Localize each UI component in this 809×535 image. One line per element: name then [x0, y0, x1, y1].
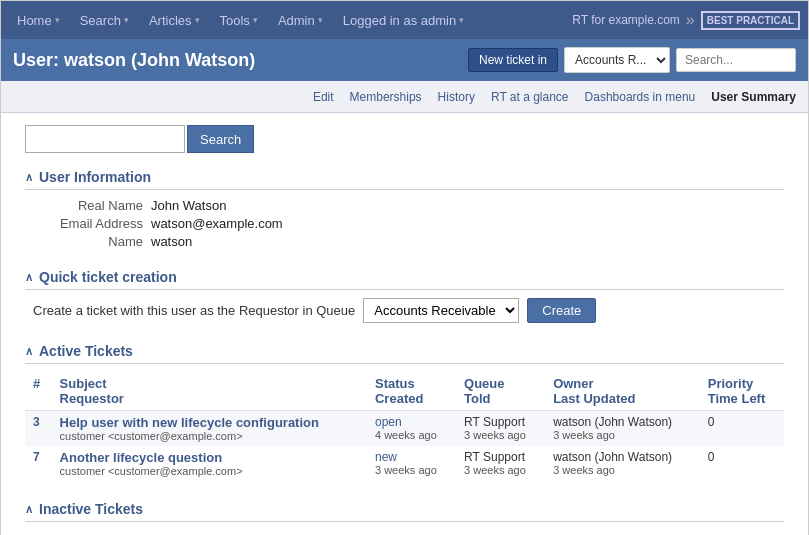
- ticket-owner-7: watson (John Watson): [553, 450, 692, 464]
- nav-admin[interactable]: Admin ▾: [270, 9, 331, 32]
- col-subject-top: Subject: [60, 376, 359, 391]
- search-chevron-icon: ▾: [124, 15, 129, 25]
- nav-items: Home ▾ Search ▾ Articles ▾ Tools ▾ Admin…: [9, 9, 572, 32]
- ticket-status-3: open: [375, 415, 448, 429]
- bp-logo: BEST PRACTICAL: [701, 11, 800, 30]
- collapse-user-info-icon[interactable]: ∧: [25, 171, 33, 184]
- info-row-name: Name watson: [41, 234, 784, 249]
- col-id-top: #: [33, 376, 44, 391]
- ticket-subject-7[interactable]: Another lifecycle question: [60, 450, 359, 465]
- nav-home[interactable]: Home ▾: [9, 9, 68, 32]
- info-row-realname: Real Name John Watson: [41, 198, 784, 213]
- quick-ticket-section: ∧ Quick ticket creation Create a ticket …: [25, 269, 784, 323]
- name-value: watson: [151, 234, 192, 249]
- col-queue-top: Queue: [464, 376, 537, 391]
- new-ticket-button[interactable]: New ticket in: [468, 48, 558, 72]
- ticket-id-3[interactable]: 3: [33, 415, 40, 429]
- ticket-id-7[interactable]: 7: [33, 450, 40, 464]
- quick-ticket-header: ∧ Quick ticket creation: [25, 269, 784, 290]
- top-navigation: Home ▾ Search ▾ Articles ▾ Tools ▾ Admin…: [1, 1, 808, 39]
- active-tickets-header: ∧ Active Tickets: [25, 343, 784, 364]
- page-title: User: watson (John Watson): [13, 50, 468, 71]
- realname-label: Real Name: [41, 198, 151, 213]
- nav-admin-label: Admin: [278, 13, 315, 28]
- col-header-id: #: [25, 372, 52, 411]
- user-information-title: User Information: [39, 169, 151, 185]
- search-button[interactable]: Search: [187, 125, 254, 153]
- tools-chevron-icon: ▾: [253, 15, 258, 25]
- subnav-dashboards-in-menu[interactable]: Dashboards in menu: [585, 86, 696, 108]
- queue-select[interactable]: Accounts Receivable RT Support General: [363, 298, 519, 323]
- rt-brand: RT for example.com » BEST PRACTICAL: [572, 11, 800, 30]
- col-told-bot: Told: [464, 391, 537, 406]
- inactive-tickets-section: ∧ Inactive Tickets: [25, 501, 784, 522]
- ticket-lastupdated-3: 3 weeks ago: [553, 429, 692, 441]
- create-ticket-button[interactable]: Create: [527, 298, 596, 323]
- col-priority-top: Priority: [708, 376, 776, 391]
- ticket-queue-7: RT Support: [464, 450, 537, 464]
- loggedin-chevron-icon: ▾: [459, 15, 464, 25]
- inactive-tickets-title: Inactive Tickets: [39, 501, 143, 517]
- col-status-top: Status: [375, 376, 448, 391]
- accounts-select[interactable]: Accounts R...: [564, 47, 670, 73]
- ticket-queue-3: RT Support: [464, 415, 537, 429]
- ticket-owner-3: watson (John Watson): [553, 415, 692, 429]
- user-info-table: Real Name John Watson Email Address wats…: [41, 198, 784, 249]
- nav-tools[interactable]: Tools ▾: [212, 9, 266, 32]
- col-header-priority: Priority Time Left: [700, 372, 784, 411]
- subnav-memberships[interactable]: Memberships: [350, 86, 422, 108]
- active-tickets-section: ∧ Active Tickets # Subject Requestor Sta…: [25, 343, 784, 481]
- ticket-requestor-7: customer <customer@example.com>: [60, 465, 359, 477]
- admin-chevron-icon: ▾: [318, 15, 323, 25]
- ticket-created-7: 3 weeks ago: [375, 464, 448, 476]
- nav-search[interactable]: Search ▾: [72, 9, 137, 32]
- ticket-priority-7: 0: [708, 450, 776, 464]
- logged-in-label: Logged in as admin ▾: [335, 9, 472, 32]
- info-row-email: Email Address watson@example.com: [41, 216, 784, 231]
- nav-articles[interactable]: Articles ▾: [141, 9, 208, 32]
- quick-ticket-description: Create a ticket with this user as the Re…: [33, 303, 355, 318]
- ticket-requestor-3: customer <customer@example.com>: [60, 430, 359, 442]
- table-row: 3 Help user with new lifecycle configura…: [25, 411, 784, 447]
- name-label: Name: [41, 234, 151, 249]
- ticket-priority-3: 0: [708, 415, 776, 429]
- ticket-told-7: 3 weeks ago: [464, 464, 537, 476]
- collapse-inactive-tickets-icon[interactable]: ∧: [25, 503, 33, 516]
- col-header-queue: Queue Told: [456, 372, 545, 411]
- collapse-quick-ticket-icon[interactable]: ∧: [25, 271, 33, 284]
- col-requestor-bot: Requestor: [60, 391, 359, 406]
- table-row: 7 Another lifecycle question customer <c…: [25, 446, 784, 481]
- ticket-status-7: new: [375, 450, 448, 464]
- subnav-edit[interactable]: Edit: [313, 86, 334, 108]
- subnav-rt-at-a-glance[interactable]: RT at a glance: [491, 86, 569, 108]
- subnav-history[interactable]: History: [438, 86, 475, 108]
- ticket-told-3: 3 weeks ago: [464, 429, 537, 441]
- sub-navigation: Edit Memberships History RT at a glance …: [1, 81, 808, 113]
- subnav-user-summary[interactable]: User Summary: [711, 86, 796, 108]
- ticket-subject-3[interactable]: Help user with new lifecycle configurati…: [60, 415, 359, 430]
- nav-home-label: Home: [17, 13, 52, 28]
- ticket-created-3: 4 weeks ago: [375, 429, 448, 441]
- active-tickets-table: # Subject Requestor Status Created Queue…: [25, 372, 784, 481]
- col-owner-top: Owner: [553, 376, 692, 391]
- home-chevron-icon: ▾: [55, 15, 60, 25]
- col-created-bot: Created: [375, 391, 448, 406]
- header-actions: New ticket in Accounts R...: [468, 47, 796, 73]
- quick-ticket-row: Create a ticket with this user as the Re…: [33, 298, 784, 323]
- col-header-subject: Subject Requestor: [52, 372, 367, 411]
- header-search-input[interactable]: [676, 48, 796, 72]
- user-information-section: ∧ User Information Real Name John Watson…: [25, 169, 784, 249]
- double-arrow-icon: »: [686, 11, 695, 29]
- nav-articles-label: Articles: [149, 13, 192, 28]
- col-timeleft-bot: Time Left: [708, 391, 776, 406]
- col-header-owner: Owner Last Updated: [545, 372, 700, 411]
- nav-tools-label: Tools: [220, 13, 250, 28]
- nav-search-label: Search: [80, 13, 121, 28]
- search-area: Search: [25, 125, 784, 153]
- user-information-header: ∧ User Information: [25, 169, 784, 190]
- search-input[interactable]: [25, 125, 185, 153]
- collapse-active-tickets-icon[interactable]: ∧: [25, 345, 33, 358]
- email-value: watson@example.com: [151, 216, 283, 231]
- header-bar: User: watson (John Watson) New ticket in…: [1, 39, 808, 81]
- col-lastupdated-bot: Last Updated: [553, 391, 692, 406]
